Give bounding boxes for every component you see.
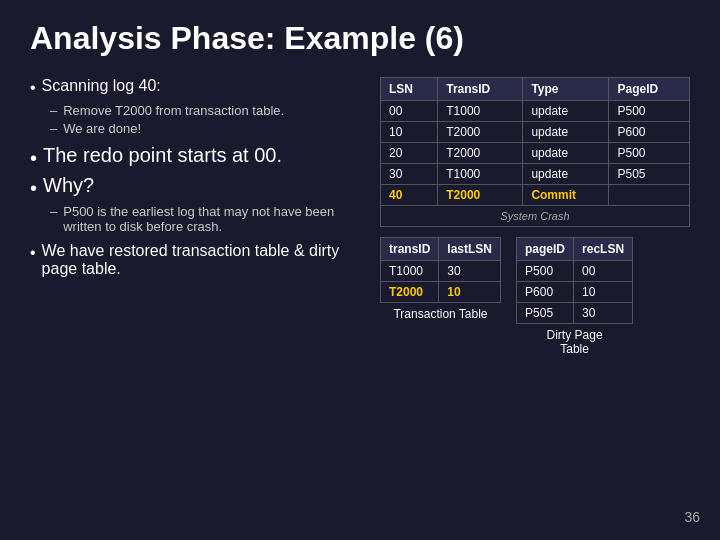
log-r0-page: P500 <box>609 101 690 122</box>
dirty-r1-lsn: 10 <box>574 282 633 303</box>
trans-r0-id: T1000 <box>381 261 439 282</box>
trans-r1-lsn: 10 <box>439 282 501 303</box>
right-panel: LSN TransID Type PageID 00 T1000 update … <box>380 77 690 356</box>
dirty-table: pageID recLSN P500 00 P600 10 <box>516 237 633 324</box>
log-r1-lsn: 10 <box>381 122 438 143</box>
log-r2-trans: T2000 <box>438 143 523 164</box>
log-r0-trans: T1000 <box>438 101 523 122</box>
log-r0-type: update <box>523 101 609 122</box>
sub-bullet-1-2: We are done! <box>50 121 360 136</box>
dirty-row-0: P500 00 <box>517 261 633 282</box>
log-r1-page: P600 <box>609 122 690 143</box>
log-col-type: Type <box>523 78 609 101</box>
slide: Analysis Phase: Example (6) • Scanning l… <box>0 0 720 540</box>
dirty-r0-lsn: 00 <box>574 261 633 282</box>
log-r2-page: P500 <box>609 143 690 164</box>
log-row-1: 10 T2000 update P600 <box>381 122 690 143</box>
log-r3-page: P505 <box>609 164 690 185</box>
dirty-col-lsn: recLSN <box>574 238 633 261</box>
page-title: Analysis Phase: Example (6) <box>30 20 690 57</box>
dirty-col-id: pageID <box>517 238 574 261</box>
log-col-lsn: LSN <box>381 78 438 101</box>
log-r3-lsn: 30 <box>381 164 438 185</box>
bullet-4-text: We have restored transaction table & dir… <box>42 242 360 278</box>
bullet-dot-1: • <box>30 79 36 97</box>
content-area: • Scanning log 40: Remove T2000 from tra… <box>30 77 690 356</box>
trans-table-label: Transaction Table <box>380 307 501 321</box>
system-crash-row: System Crash <box>381 206 690 227</box>
trans-r1-id: T2000 <box>381 282 439 303</box>
trans-col-id: transID <box>381 238 439 261</box>
log-r4-lsn: 40 <box>381 185 438 206</box>
sub-bullet-1-1: Remove T2000 from transaction table. <box>50 103 360 118</box>
dirty-row-1: P600 10 <box>517 282 633 303</box>
log-r3-type: update <box>523 164 609 185</box>
bullet-2: • The redo point starts at 00. <box>30 144 360 170</box>
bullet-1-subs: Remove T2000 from transaction table. We … <box>50 103 360 136</box>
log-col-page: PageID <box>609 78 690 101</box>
log-r2-type: update <box>523 143 609 164</box>
dirty-row-2: P505 30 <box>517 303 633 324</box>
bullet-3-text: Why? <box>43 174 94 197</box>
log-table: LSN TransID Type PageID 00 T1000 update … <box>380 77 690 227</box>
sub-3-1-text: P500 is the earliest log that may not ha… <box>63 204 360 234</box>
bullet-3: • Why? <box>30 174 360 200</box>
dirty-r0-id: P500 <box>517 261 574 282</box>
trans-table-wrap: transID lastLSN T1000 30 T2000 10 <box>380 237 501 321</box>
tables-row: transID lastLSN T1000 30 T2000 10 <box>380 237 690 356</box>
bullet-dot-4: • <box>30 244 36 262</box>
dirty-r2-lsn: 30 <box>574 303 633 324</box>
slide-number: 36 <box>684 509 700 525</box>
log-row-4: 40 T2000 Commit <box>381 185 690 206</box>
dirty-r1-id: P600 <box>517 282 574 303</box>
left-panel: • Scanning log 40: Remove T2000 from tra… <box>30 77 360 284</box>
trans-col-lsn: lastLSN <box>439 238 501 261</box>
log-r4-trans: T2000 <box>438 185 523 206</box>
bullet-1-text: Scanning log 40: <box>42 77 161 95</box>
trans-table: transID lastLSN T1000 30 T2000 10 <box>380 237 501 303</box>
bullet-1: • Scanning log 40: <box>30 77 360 97</box>
sub-bullet-3-1: P500 is the earliest log that may not ha… <box>50 204 360 234</box>
log-row-3: 30 T1000 update P505 <box>381 164 690 185</box>
bullet-4: • We have restored transaction table & d… <box>30 242 360 278</box>
log-r1-type: update <box>523 122 609 143</box>
dirty-table-label: Dirty Page Table <box>516 328 633 356</box>
bullet-dot-3: • <box>30 177 37 200</box>
sub-1-1-text: Remove T2000 from transaction table. <box>63 103 284 118</box>
log-r1-trans: T2000 <box>438 122 523 143</box>
log-r3-trans: T1000 <box>438 164 523 185</box>
log-r0-lsn: 00 <box>381 101 438 122</box>
log-col-trans: TransID <box>438 78 523 101</box>
log-r2-lsn: 20 <box>381 143 438 164</box>
trans-row-1: T2000 10 <box>381 282 501 303</box>
dirty-table-wrap: pageID recLSN P500 00 P600 10 <box>516 237 633 356</box>
log-r4-page <box>609 185 690 206</box>
log-row-2: 20 T2000 update P500 <box>381 143 690 164</box>
log-row-0: 00 T1000 update P500 <box>381 101 690 122</box>
bullet-dot-2: • <box>30 147 37 170</box>
trans-r0-lsn: 30 <box>439 261 501 282</box>
log-r4-type: Commit <box>523 185 609 206</box>
bullet-2-text: The redo point starts at 00. <box>43 144 282 167</box>
sub-1-2-text: We are done! <box>63 121 141 136</box>
bullet-3-subs: P500 is the earliest log that may not ha… <box>50 204 360 234</box>
trans-row-0: T1000 30 <box>381 261 501 282</box>
dirty-r2-id: P505 <box>517 303 574 324</box>
system-crash-text: System Crash <box>381 206 690 227</box>
